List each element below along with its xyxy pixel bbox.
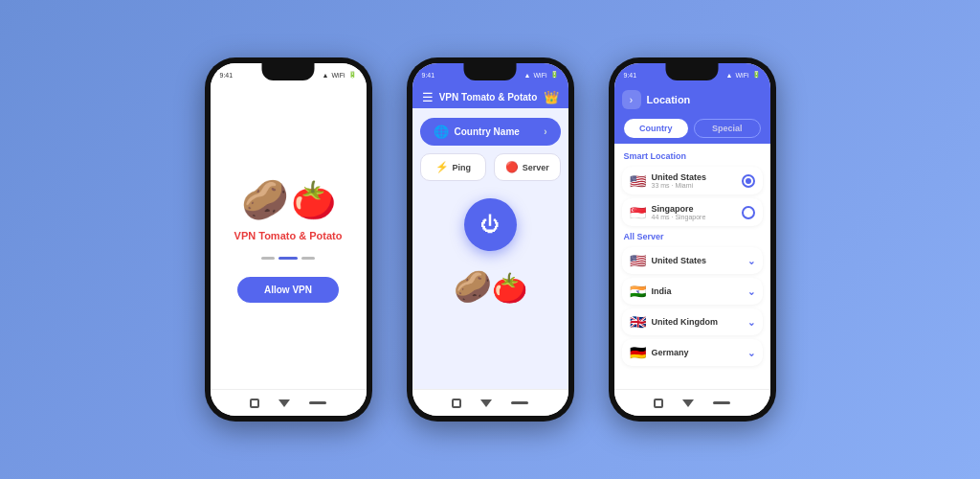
status-icons-3: ▲ WiFi 🔋	[726, 71, 761, 79]
back-icon: ›	[630, 95, 633, 105]
status-icons-1: ▲ WiFi 🔋	[323, 71, 357, 79]
nav-home-2[interactable]	[511, 401, 528, 404]
nav-square-2[interactable]	[452, 399, 461, 408]
phone-1: 9:41 ▲ WiFi 🔋 🥔 🍅 VPN Tomato & Potato Al…	[205, 57, 372, 422]
server-label: Server	[523, 163, 549, 172]
bottom-bar-1	[211, 389, 367, 416]
nav-back-1[interactable]	[278, 399, 290, 407]
nav-back-3[interactable]	[682, 399, 694, 407]
sg-flag-smart: 🇸🇬	[630, 205, 646, 220]
tomato-mascot: 🍅	[291, 182, 336, 218]
gb-info-server: United Kingdom	[652, 317, 742, 327]
us-info-smart: United States 33 ms · Miami	[652, 172, 736, 189]
tomato-small: 🍅	[492, 271, 527, 305]
app-name-label: VPN Tomato & Potato	[234, 230, 343, 241]
server-de-row[interactable]: 🇩🇪 Germany ⌄	[622, 339, 763, 366]
power-icon: ⏻	[480, 214, 500, 236]
power-button[interactable]: ⏻	[464, 198, 517, 251]
ping-server-row: ⚡ Ping 🔴 Server	[420, 153, 561, 181]
us-name-smart: United States	[652, 172, 736, 182]
status-time-2: 9:41	[422, 72, 435, 79]
chevron-right-icon: ›	[544, 126, 546, 137]
dot-2	[278, 257, 298, 260]
smart-us-row[interactable]: 🇺🇸 United States 33 ms · Miami	[622, 167, 763, 194]
nav-square-1[interactable]	[250, 399, 259, 408]
smart-sg-row[interactable]: 🇸🇬 Singapore 44 ms · Singapore	[622, 198, 763, 226]
all-server-label: All Server	[624, 232, 763, 241]
ping-button[interactable]: ⚡ Ping	[420, 153, 487, 181]
phone-2: 9:41 ▲ WiFi 🔋 ☰ VPN Tomato & Potato 👑 🌐 …	[407, 57, 574, 422]
nav-square-3[interactable]	[654, 399, 663, 408]
us-flag-smart: 🇺🇸	[630, 173, 646, 189]
bottom-bar-3	[614, 389, 770, 416]
screen2-content: 🌐 Country Name › ⚡ Ping 🔴 Server ⏻ 🥔	[412, 108, 568, 389]
mascot-small: 🥔 🍅	[454, 268, 527, 305]
allow-vpn-button[interactable]: Allow VPN	[237, 277, 339, 303]
notch-1	[262, 63, 315, 80]
tab-special[interactable]: Special	[694, 119, 761, 138]
screen1-content: 🥔 🍅 VPN Tomato & Potato Allow VPN	[211, 84, 367, 389]
app-title-2: VPN Tomato & Potato	[439, 92, 538, 103]
potato-mascot: 🥔	[241, 180, 289, 218]
country-name-label: Country Name	[455, 126, 520, 137]
gb-chevron-server: ⌄	[747, 317, 755, 328]
gb-name-server: United Kingdom	[652, 317, 742, 327]
server-gb-row[interactable]: 🇬🇧 United Kingdom ⌄	[622, 308, 763, 335]
in-flag-server: 🇮🇳	[630, 284, 646, 299]
sg-radio-smart[interactable]	[742, 206, 755, 219]
ping-icon: ⚡	[435, 161, 449, 173]
us-chevron-server: ⌄	[747, 256, 755, 266]
in-info-server: India	[652, 286, 742, 296]
status-icons-2: ▲ WiFi 🔋	[524, 71, 559, 79]
mascot-area: 🥔 🍅	[241, 180, 336, 218]
us-info-server: United States	[652, 256, 742, 265]
us-sub-smart: 33 ms · Miami	[652, 182, 736, 189]
de-chevron-server: ⌄	[747, 348, 755, 358]
notch-2	[464, 63, 517, 80]
server-us-row[interactable]: 🇺🇸 United States ⌄	[622, 247, 763, 274]
smart-location-label: Smart Location	[624, 151, 763, 161]
back-button[interactable]: ›	[622, 90, 641, 109]
gb-flag-server: 🇬🇧	[630, 314, 646, 330]
nav-back-2[interactable]	[480, 399, 492, 407]
onboarding-dots	[261, 257, 315, 260]
us-radio-smart[interactable]	[742, 174, 755, 188]
status-time-3: 9:41	[624, 72, 637, 79]
phone-3: 9:41 ▲ WiFi 🔋 › Location Country Special…	[609, 57, 776, 422]
us-flag-server: 🇺🇸	[630, 253, 646, 268]
hamburger-icon[interactable]: ☰	[422, 90, 434, 104]
nav-home-1[interactable]	[309, 401, 326, 404]
dot-1	[261, 257, 275, 260]
us-name-server: United States	[652, 256, 742, 265]
ping-label: Ping	[453, 163, 472, 172]
potato-small: 🥔	[454, 268, 492, 305]
tab-country[interactable]: Country	[624, 119, 689, 138]
server-icon: 🔴	[505, 161, 519, 173]
country-name-button[interactable]: 🌐 Country Name ›	[420, 118, 561, 146]
location-header: › Location	[614, 84, 770, 113]
notch-3	[666, 63, 719, 80]
bottom-bar-2	[412, 389, 568, 416]
screen3-content: Smart Location 🇺🇸 United States 33 ms · …	[614, 144, 770, 389]
tab-row: Country Special	[614, 113, 770, 144]
de-flag-server: 🇩🇪	[630, 345, 646, 360]
crown-icon: 👑	[544, 90, 559, 104]
sg-name-smart: Singapore	[652, 204, 736, 214]
sg-sub-smart: 44 ms · Singapore	[652, 214, 736, 220]
server-button[interactable]: 🔴 Server	[494, 153, 561, 181]
dot-3	[301, 257, 315, 260]
app-header-2: ☰ VPN Tomato & Potato 👑	[412, 84, 568, 108]
us-radio-inner	[746, 178, 751, 184]
sg-info-smart: Singapore 44 ms · Singapore	[652, 204, 736, 220]
in-chevron-server: ⌄	[747, 286, 755, 297]
de-name-server: Germany	[652, 348, 742, 357]
nav-home-3[interactable]	[713, 401, 730, 404]
location-title: Location	[647, 94, 691, 105]
de-info-server: Germany	[652, 348, 742, 357]
country-flag-icon: 🌐	[434, 125, 449, 139]
server-in-row[interactable]: 🇮🇳 India ⌄	[622, 278, 763, 305]
status-time-1: 9:41	[220, 72, 234, 79]
in-name-server: India	[652, 286, 742, 296]
